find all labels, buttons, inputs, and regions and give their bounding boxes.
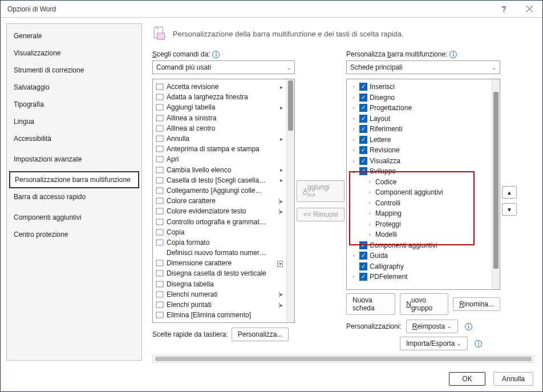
command-item[interactable]: Anteprima di stampa e stampa <box>154 144 285 154</box>
command-item[interactable]: Colore evidenziatore testo|▸ <box>154 206 285 216</box>
expand-arrow-icon[interactable]: › <box>366 189 373 195</box>
remove-button[interactable]: << Rimuovi <box>297 208 345 221</box>
expand-arrow-icon[interactable]: › <box>350 105 357 111</box>
expand-arrow-icon[interactable]: › <box>366 232 373 237</box>
expand-arrow-icon[interactable]: › <box>350 274 357 280</box>
tree-item[interactable]: ›Mapping <box>348 208 491 219</box>
command-item[interactable]: Controllo ortografia e grammat… <box>154 216 285 227</box>
expand-arrow-icon[interactable]: › <box>366 200 373 206</box>
sidebar-item[interactable]: Impostazioni avanzate <box>7 151 141 168</box>
cancel-button[interactable]: Annulla <box>493 372 533 386</box>
tree-checkbox[interactable] <box>359 125 367 133</box>
rename-button[interactable]: Rinomina... <box>453 297 500 311</box>
tree-item[interactable]: ›Proteggi <box>348 219 491 230</box>
expand-arrow-icon[interactable]: › <box>350 253 357 258</box>
sidebar-item[interactable]: Strumenti di correzione <box>7 62 141 79</box>
tree-item[interactable]: ›Componenti aggiuntivi <box>348 240 491 251</box>
customize-shortcuts-button[interactable]: Personalizza... <box>232 328 289 341</box>
ribbon-scrollbar[interactable] <box>492 79 500 289</box>
ribbon-tree[interactable]: ›Inserisci›Disegno›Progettazione›Layout›… <box>346 79 500 290</box>
sidebar-item[interactable]: Personalizzazione barra multifunzione <box>9 171 139 188</box>
tree-checkbox[interactable] <box>359 157 367 165</box>
tree-item[interactable]: ›Controlli <box>348 198 491 209</box>
info-icon[interactable]: i <box>465 323 472 330</box>
expand-arrow-icon[interactable]: › <box>350 116 357 122</box>
horizontal-scrollbar[interactable] <box>152 355 534 363</box>
ok-button[interactable]: OK <box>449 372 485 386</box>
tree-checkbox[interactable] <box>359 94 367 102</box>
commands-scrollbar[interactable] <box>286 79 294 322</box>
tree-item[interactable]: ›Lettere <box>348 135 491 146</box>
command-item[interactable]: Definisci nuovo formato numer… <box>154 248 285 258</box>
tree-checkbox[interactable] <box>359 83 367 91</box>
sidebar-item[interactable]: Generale <box>7 27 141 45</box>
command-item[interactable]: Disegna casella di testo verticale <box>154 268 285 278</box>
command-item[interactable]: Elimina [Elimina commento] <box>154 310 285 320</box>
info-icon[interactable]: i <box>449 51 457 58</box>
tree-checkbox[interactable] <box>359 115 367 123</box>
expand-arrow-icon[interactable]: › <box>366 211 373 216</box>
expand-arrow-icon[interactable]: › <box>350 126 357 132</box>
new-tab-button[interactable]: Nuova scheda <box>346 293 395 315</box>
command-item[interactable]: Accetta revisione▸ <box>154 82 285 92</box>
command-item[interactable]: Copia <box>154 227 285 237</box>
expand-arrow-icon[interactable]: › <box>350 243 357 248</box>
move-down-button[interactable]: ▼ <box>502 203 517 216</box>
add-button[interactable]: Aggiungi >> <box>297 180 345 202</box>
tree-checkbox[interactable] <box>359 167 367 175</box>
info-icon[interactable]: i <box>475 340 482 347</box>
command-item[interactable]: Allinea al centro <box>154 123 285 134</box>
customize-ribbon-dropdown[interactable]: Schede principali⌄ <box>346 60 500 74</box>
sidebar-item[interactable]: Salvataggio <box>7 79 141 96</box>
command-item[interactable]: Elenchi puntati|▸ <box>154 300 285 310</box>
sidebar-item[interactable]: Tipografia <box>7 96 141 113</box>
tree-item[interactable]: ›Codice <box>348 177 491 188</box>
choose-commands-dropdown[interactable]: Comandi più usati⌄ <box>152 60 295 74</box>
command-item[interactable]: Cambia livello elenco▸ <box>154 165 285 175</box>
help-button[interactable]: ? <box>491 1 517 17</box>
commands-listbox[interactable]: Accetta revisione▸Adatta a larghezza fin… <box>152 79 295 323</box>
tree-checkbox[interactable] <box>359 136 367 144</box>
expand-arrow-icon[interactable]: › <box>350 147 357 153</box>
expand-arrow-icon[interactable]: › <box>366 179 373 185</box>
sidebar-item[interactable]: Lingua <box>7 113 141 130</box>
command-item[interactable]: Aggiungi tabella▸ <box>154 102 285 112</box>
tree-item[interactable]: ›Componenti aggiuntivi <box>348 187 491 198</box>
tree-item[interactable]: ›Layout <box>348 114 491 124</box>
sidebar-item[interactable]: Accessibilità <box>7 130 141 147</box>
expand-arrow-icon[interactable]: › <box>350 158 357 164</box>
command-item[interactable]: Apri <box>154 154 285 164</box>
tree-item[interactable]: ›Disegno <box>348 92 491 103</box>
tree-checkbox[interactable] <box>359 146 367 154</box>
sidebar-item[interactable]: Centro protezione <box>7 226 141 243</box>
tree-checkbox[interactable] <box>359 241 367 249</box>
expand-arrow-icon[interactable]: ⌄ <box>350 168 357 174</box>
tree-item[interactable]: ›Riferimenti <box>348 124 491 135</box>
expand-arrow-icon[interactable]: › <box>350 95 357 100</box>
new-group-button[interactable]: Nuovo gruppo <box>400 293 448 315</box>
tree-checkbox[interactable] <box>359 252 367 260</box>
reset-dropdown[interactable]: Reimposta ⌄ <box>406 320 458 333</box>
tree-item[interactable]: ›Revisione <box>348 145 491 156</box>
tree-item[interactable]: Calligraphy <box>348 261 491 272</box>
tree-item[interactable]: ›Guida <box>348 250 491 261</box>
command-item[interactable]: Elenchi numerati|▸ <box>154 289 285 300</box>
command-item[interactable]: Annulla▸ <box>154 134 285 144</box>
expand-arrow-icon[interactable]: › <box>366 221 373 227</box>
command-item[interactable]: Disegna tabella <box>154 279 285 289</box>
sidebar-item[interactable]: Barra di accesso rapido <box>7 188 141 205</box>
info-icon[interactable]: i <box>212 51 220 58</box>
command-item[interactable]: Casella di testo [Scegli casella…▸ <box>154 175 285 185</box>
tree-item[interactable]: ›Progettazione <box>348 103 491 114</box>
close-button[interactable] <box>517 1 542 17</box>
command-item[interactable]: Colore carattere|▸ <box>154 196 285 206</box>
tree-item[interactable]: ›Modelli <box>348 229 491 240</box>
expand-arrow-icon[interactable]: › <box>350 84 357 90</box>
tree-item[interactable]: ›Inserisci <box>348 82 491 92</box>
command-item[interactable]: Collegamento [Aggiungi colle… <box>154 185 285 196</box>
tree-checkbox[interactable] <box>359 104 367 112</box>
sidebar-item[interactable]: Componenti aggiuntivi <box>7 209 141 226</box>
command-item[interactable]: Adatta a larghezza finestra <box>154 92 285 102</box>
command-item[interactable]: Copia formato <box>154 237 285 248</box>
tree-checkbox[interactable] <box>359 262 367 270</box>
